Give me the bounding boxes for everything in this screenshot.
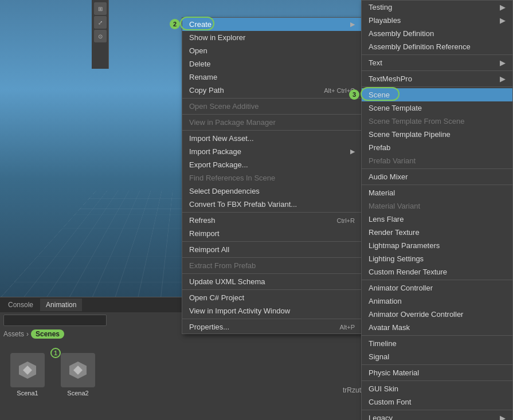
toolbar-icon-1[interactable]: ⊞ (94, 2, 107, 15)
menu-label-rename: Rename (189, 73, 217, 81)
menu-label-refresh: Refresh (189, 216, 216, 225)
sub-menu-item-scene[interactable]: Scene 3 (362, 88, 512, 101)
menu-label-reimport: Reimport (189, 229, 220, 238)
menu-item-refresh[interactable]: Refresh Ctrl+R (182, 214, 362, 227)
menu-item-open[interactable]: Open (182, 44, 362, 57)
sub-menu-item-animator-controller[interactable]: Animator Controller (362, 281, 512, 295)
sub-menu-item-lighting-settings[interactable]: Lighting Settings (362, 252, 512, 265)
menu-item-export-package[interactable]: Export Package... (182, 158, 362, 171)
menu-item-import-package[interactable]: Import Package ▶ (182, 145, 362, 158)
menu-label-export-package: Export Package... (189, 160, 248, 169)
trzrut-label: trRzut (343, 386, 361, 394)
sub-menu-item-render-texture[interactable]: Render Texture (362, 226, 512, 239)
sub-menu-label-legacy: Legacy (369, 414, 393, 420)
sub-menu-item-gui-skin[interactable]: GUI Skin (362, 382, 512, 395)
sub-menu-item-avatar-mask[interactable]: Avatar Mask (362, 321, 512, 334)
sub-menu-item-playables[interactable]: Playables ▶ (362, 14, 512, 27)
menu-label-delete: Delete (189, 60, 211, 68)
tab-console[interactable]: Console (2, 299, 39, 311)
sub-menu-label-scene-template-from-scene: Scene Template From Scene (369, 117, 464, 125)
sub-menu-item-signal[interactable]: Signal (362, 350, 512, 363)
menu-label-convert-to-fbx: Convert To FBX Prefab Variant... (189, 200, 297, 209)
menu-item-open-csharp[interactable]: Open C# Project (182, 291, 362, 304)
scene-toolbar: ⊞ ⤢ ⊙ (92, 0, 109, 69)
separator (182, 114, 362, 115)
step-3-badge: 3 (349, 89, 359, 100)
sub-menu-item-assembly-def[interactable]: Assembly Definition (362, 27, 512, 40)
menu-item-view-import-activity[interactable]: View in Import Activity Window (182, 304, 362, 317)
sub-menu-label-avatar-mask: Avatar Mask (369, 323, 410, 332)
sub-menu-label-signal: Signal (369, 352, 389, 361)
arrow-icon: ▶ (350, 21, 355, 28)
separator (182, 273, 362, 274)
asset-icon-scena1 (10, 353, 45, 387)
sub-menu-item-animation[interactable]: Animation (362, 295, 512, 308)
menu-label-view-in-package-manager: View in Package Manager (189, 118, 276, 127)
sub-menu-label-animation: Animation (369, 297, 402, 305)
sub-menu-label-lighting-settings: Lighting Settings (369, 254, 424, 263)
separator (362, 364, 512, 365)
menu-item-update-uxml[interactable]: Update UXML Schema (182, 275, 362, 288)
sub-menu-item-prefab[interactable]: Prefab (362, 141, 512, 154)
sub-menu-label-assembly-def-ref: Assembly Definition Reference (369, 42, 471, 51)
sub-menu-item-textmeshpro[interactable]: TextMeshPro ▶ (362, 72, 512, 85)
sub-menu-item-physic-material[interactable]: Physic Material (362, 366, 512, 379)
sub-menu-label-scene: Scene (369, 91, 390, 99)
sub-menu-item-assembly-def-ref[interactable]: Assembly Definition Reference (362, 40, 512, 53)
menu-item-reimport[interactable]: Reimport (182, 227, 362, 240)
menu-label-import-new-asset: Import New Asset... (189, 134, 254, 143)
breadcrumb-assets[interactable]: Assets (3, 330, 24, 338)
sub-menu-item-text[interactable]: Text ▶ (362, 56, 512, 69)
menu-item-copy-path[interactable]: Copy Path Alt+ Ctrl+C (182, 84, 362, 97)
menu-item-open-scene-additive: Open Scene Additive (182, 100, 362, 113)
sub-menu-item-audio-mixer[interactable]: Audio Mixer (362, 170, 512, 183)
sub-menu-item-lens-flare[interactable]: Lens Flare (362, 213, 512, 226)
menu-item-show-in-explorer[interactable]: Show in Explorer (182, 31, 362, 44)
sub-menu-label-scene-template-pipeline: Scene Template Pipeline (369, 130, 451, 139)
sub-menu-item-custom-render-texture[interactable]: Custom Render Texture (362, 265, 512, 278)
sub-menu-label-testing: Testing (369, 3, 392, 11)
separator (362, 185, 512, 185)
sub-menu-item-lightmap-parameters[interactable]: Lightmap Parameters (362, 239, 512, 252)
sub-menu-item-timeline[interactable]: Timeline (362, 337, 512, 350)
unity-cube-icon-2 (66, 359, 89, 382)
menu-item-create[interactable]: Create ▶ 2 (182, 18, 362, 31)
sub-menu-item-legacy[interactable]: Legacy ▶ (362, 411, 512, 420)
sub-menu-item-scene-template-pipeline[interactable]: Scene Template Pipeline (362, 128, 512, 141)
menu-item-convert-to-fbx[interactable]: Convert To FBX Prefab Variant... (182, 198, 362, 211)
list-item[interactable]: Scena1 (5, 353, 50, 397)
menu-item-import-new-asset[interactable]: Import New Asset... (182, 132, 362, 145)
menu-label-open-scene-additive: Open Scene Additive (189, 102, 259, 111)
shortcut-refresh: Ctrl+R (337, 217, 355, 224)
sub-menu-label-render-texture: Render Texture (369, 228, 420, 237)
toolbar-icon-3[interactable]: ⊙ (94, 30, 107, 42)
menu-item-rename[interactable]: Rename (182, 70, 362, 84)
sub-menu-item-scene-template[interactable]: Scene Template (362, 101, 512, 115)
sub-menu-item-material[interactable]: Material (362, 186, 512, 199)
arrow-icon: ▶ (350, 148, 355, 155)
separator (362, 410, 512, 410)
sub-menu-item-custom-font[interactable]: Custom Font (362, 395, 512, 409)
toolbar-icon-2[interactable]: ⤢ (94, 16, 107, 29)
search-input[interactable] (3, 315, 107, 326)
sub-menu-label-gui-skin: GUI Skin (369, 384, 398, 393)
separator (362, 280, 512, 280)
menu-item-reimport-all[interactable]: Reimport All (182, 243, 362, 256)
separator (362, 380, 512, 381)
menu-label-properties: Properties... (189, 323, 229, 331)
separator (182, 241, 362, 242)
menu-item-delete[interactable]: Delete (182, 57, 362, 70)
sub-menu-item-testing[interactable]: Testing ▶ (362, 1, 512, 14)
context-menu: Create ▶ 2 Show in Explorer Open Delete … (182, 17, 362, 334)
step-1-badge: 1 (50, 348, 61, 358)
breadcrumb-scenes[interactable]: Scenes (31, 329, 64, 339)
sub-menu-item-animator-override[interactable]: Animator Override Controller (362, 308, 512, 321)
list-item[interactable]: Scena2 (55, 353, 101, 397)
sub-menu-item-material-variant: Material Variant (362, 199, 512, 213)
menu-label-extract-from-prefab: Extract From Prefab (189, 261, 256, 270)
menu-label-open-csharp: Open C# Project (189, 293, 244, 302)
menu-item-select-dependencies[interactable]: Select Dependencies (182, 185, 362, 198)
separator (182, 98, 362, 99)
menu-item-properties[interactable]: Properties... Alt+P (182, 320, 362, 333)
tab-animation[interactable]: Animation (40, 299, 82, 311)
